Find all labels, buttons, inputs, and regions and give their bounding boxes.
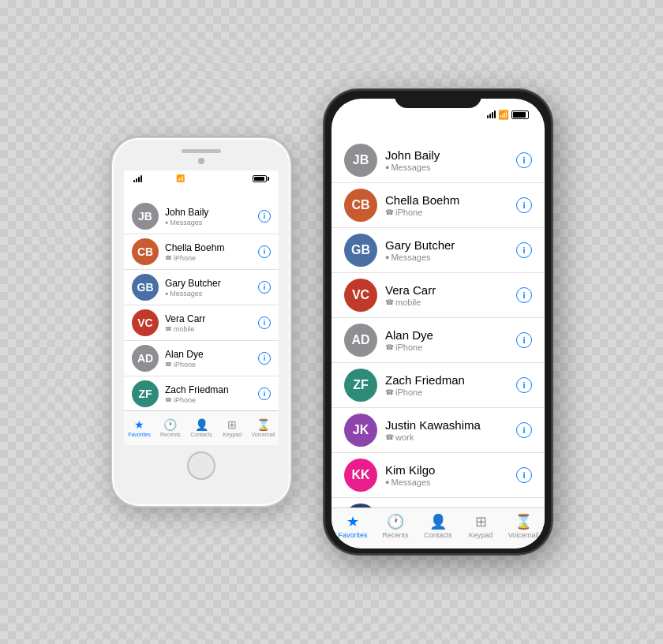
page-title-classic <box>124 193 279 199</box>
contact-info-classic-1: Chella Boehm ☎ iPhone <box>165 242 258 262</box>
info-btn-modern-7[interactable]: i <box>516 467 532 483</box>
contact-name-classic-4: Alan Dye <box>165 349 258 360</box>
status-wifi: 📶 <box>176 174 185 182</box>
contact-item-modern-5[interactable]: ZF Zach Friedman ☎ iPhone i <box>332 363 545 408</box>
tab-icon-modern-3: ⊞ <box>475 513 487 530</box>
app-classic: 📶 JB <box>124 170 279 445</box>
contact-item-classic-4[interactable]: AD Alan Dye ☎ iPhone i <box>124 341 279 376</box>
tab-label-classic-2: Contacts <box>190 432 212 437</box>
info-btn-classic-0[interactable]: i <box>258 210 271 223</box>
info-btn-modern-4[interactable]: i <box>516 332 532 348</box>
info-btn-modern-1[interactable]: i <box>516 197 532 213</box>
info-btn-modern-6[interactable]: i <box>516 422 532 438</box>
tab-icon-classic-0: ★ <box>134 418 144 431</box>
battery-modern <box>511 110 529 119</box>
info-btn-modern-0[interactable]: i <box>516 152 532 168</box>
contact-sub-modern-5: ☎ iPhone <box>385 388 516 397</box>
contact-info-modern-5: Zach Friedman ☎ iPhone <box>385 373 516 397</box>
tab-classic-contacts[interactable]: 👤 Contacts <box>185 418 216 437</box>
avatar-modern-2: GB <box>344 234 377 267</box>
info-btn-classic-4[interactable]: i <box>258 352 271 365</box>
info-btn-modern-2[interactable]: i <box>516 242 532 258</box>
speaker-top <box>182 149 221 153</box>
signal-modern <box>487 111 496 118</box>
info-btn-modern-3[interactable]: i <box>516 287 532 303</box>
contact-info-classic-2: Gary Butcher ● Messages <box>165 278 258 298</box>
tab-modern-recents[interactable]: 🕐 Recents <box>374 513 417 539</box>
contact-item-classic-1[interactable]: CB Chella Boehm ☎ iPhone i <box>124 234 279 270</box>
tab-modern-voicemail[interactable]: ⌛ Voicemail <box>502 513 545 539</box>
contact-item-modern-4[interactable]: AD Alan Dye ☎ iPhone i <box>332 318 545 363</box>
tab-classic-favorites[interactable]: ★ Favorites <box>124 418 155 437</box>
contact-item-classic-2[interactable]: GB Gary Butcher ● Messages i <box>124 270 279 305</box>
tab-label-classic-4: Voicemail <box>251 432 275 437</box>
tab-bar-classic: ★ Favorites 🕐 Recents 👤 Contacts ⊞ Keypa… <box>124 410 279 445</box>
contact-info-modern-3: Vera Carr ☎ mobile <box>385 283 516 307</box>
page-title-modern <box>332 130 545 138</box>
tab-icon-modern-4: ⌛ <box>515 513 532 530</box>
tab-label-classic-0: Favorites <box>128 432 151 437</box>
avatar-classic-1: CB <box>132 238 159 265</box>
contact-sub-classic-5: ☎ iPhone <box>165 396 258 404</box>
info-btn-classic-1[interactable]: i <box>258 245 271 258</box>
avatar-modern-6: JK <box>344 414 377 447</box>
contact-item-modern-0[interactable]: JB John Baily ● Messages i <box>332 138 545 183</box>
tab-modern-favorites[interactable]: ★ Favorites <box>332 513 374 539</box>
contact-item-modern-1[interactable]: CB Chella Boehm ☎ iPhone i <box>332 183 545 228</box>
screen-classic: 📶 JB <box>124 170 279 445</box>
contact-name-modern-1: Chella Boehm <box>385 193 516 207</box>
contact-name-classic-0: John Baily <box>165 207 258 218</box>
tab-modern-contacts[interactable]: 👤 Contacts <box>417 513 459 539</box>
iphone-modern-shell: 📶 JB John Baily ● Me <box>324 89 552 555</box>
contact-name-modern-3: Vera Carr <box>385 283 516 297</box>
tab-classic-keypad[interactable]: ⊞ Keypad <box>217 418 248 437</box>
contact-item-modern-3[interactable]: VC Vera Carr ☎ mobile i <box>332 273 545 318</box>
avatar-modern-1: CB <box>344 189 377 222</box>
info-btn-classic-2[interactable]: i <box>258 281 271 294</box>
tab-classic-recents[interactable]: 🕐 Recents <box>155 418 185 437</box>
tab-label-classic-3: Keypad <box>223 432 242 437</box>
tab-icon-modern-2: 👤 <box>429 513 447 530</box>
toolbar-modern <box>332 124 545 130</box>
tab-label-modern-4: Voicemail <box>508 531 539 539</box>
home-button-classic[interactable] <box>187 451 215 480</box>
wifi-modern: 📶 <box>498 110 509 120</box>
avatar-classic-2: GB <box>132 274 159 301</box>
contact-name-classic-5: Zach Friedman <box>165 384 258 395</box>
contact-name-modern-6: Justin Kawashima <box>385 418 516 432</box>
contact-name-modern-4: Alan Dye <box>385 328 516 342</box>
tab-label-classic-1: Recents <box>160 432 181 437</box>
info-btn-modern-5[interactable]: i <box>516 377 532 393</box>
contact-info-modern-0: John Baily ● Messages <box>385 148 516 172</box>
contact-item-classic-0[interactable]: JB John Baily ● Messages i <box>124 199 279 234</box>
contact-item-modern-7[interactable]: KK Kim Kilgo ● Messages i <box>332 453 545 498</box>
contact-item-modern-6[interactable]: JK Justin Kawashima ☎ work i <box>332 408 545 453</box>
status-icons-modern: 📶 <box>487 110 529 120</box>
tab-icon-modern-1: 🕐 <box>387 513 404 530</box>
info-btn-classic-3[interactable]: i <box>258 316 271 329</box>
contact-info-classic-4: Alan Dye ☎ iPhone <box>165 349 258 369</box>
tab-modern-keypad[interactable]: ⊞ Keypad <box>459 513 502 539</box>
tab-classic-voicemail[interactable]: ⌛ Voicemail <box>248 418 279 437</box>
avatar-modern-8: CR <box>344 504 377 507</box>
contact-sub-modern-6: ☎ work <box>385 432 516 442</box>
contact-sub-classic-0: ● Messages <box>165 219 258 227</box>
contact-info-modern-6: Justin Kawashima ☎ work <box>385 418 516 442</box>
contact-sub-modern-3: ☎ mobile <box>385 298 516 307</box>
contact-sub-modern-4: ☎ iPhone <box>385 343 516 352</box>
info-btn-classic-5[interactable]: i <box>258 388 271 400</box>
status-bar-classic: 📶 <box>124 170 279 186</box>
contact-item-classic-5[interactable]: ZF Zach Friedman ☎ iPhone i <box>124 376 279 410</box>
screen-modern: 📶 JB John Baily ● Me <box>332 99 545 549</box>
contact-item-modern-8[interactable]: CR Curt Rothert ☎ iPhone i <box>332 498 545 507</box>
contact-info-modern-4: Alan Dye ☎ iPhone <box>385 328 516 352</box>
contact-item-classic-3[interactable]: VC Vera Carr ☎ mobile i <box>124 305 279 341</box>
tab-icon-classic-2: 👤 <box>195 418 208 431</box>
notch <box>395 91 481 108</box>
contact-name-classic-3: Vera Carr <box>165 313 258 324</box>
avatar-classic-4: AD <box>132 345 159 372</box>
tab-label-modern-3: Keypad <box>469 531 493 539</box>
app-modern: 📶 JB John Baily ● Me <box>332 99 545 549</box>
contact-name-classic-1: Chella Boehm <box>165 242 258 253</box>
contact-item-modern-2[interactable]: GB Gary Butcher ● Messages i <box>332 228 545 273</box>
